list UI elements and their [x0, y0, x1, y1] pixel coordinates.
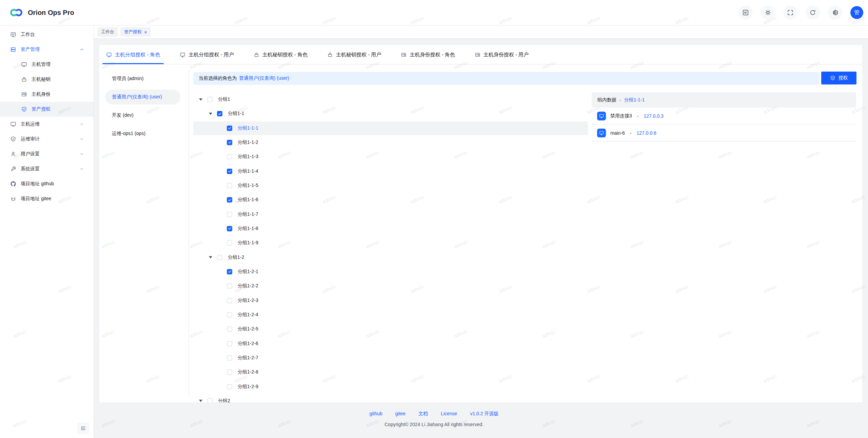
tree-node-label[interactable]: 分组1-1-7: [238, 211, 258, 217]
tree-checkbox[interactable]: [227, 312, 232, 318]
tree-checkbox[interactable]: [227, 183, 232, 188]
tree-node-label[interactable]: 分组1-1-8: [238, 226, 258, 232]
tree-node-label[interactable]: 分组1-1-1: [238, 125, 258, 131]
footer-link-gitee[interactable]: gitee: [395, 411, 406, 417]
sidebar-item-workbench[interactable]: 工作台: [0, 27, 94, 42]
tree-node-label[interactable]: 分组1-1-4: [238, 168, 258, 174]
tree-checkbox[interactable]: [227, 126, 232, 131]
footer-link-v1.0.2-开源版[interactable]: v1.0.2 开源版: [470, 411, 498, 417]
tree-expander[interactable]: [199, 400, 207, 402]
tree-node[interactable]: 分组1-2-4: [193, 308, 588, 322]
tree-node-label[interactable]: 分组1-1-2: [238, 139, 258, 146]
tree-checkbox[interactable]: [227, 240, 232, 246]
settings-button[interactable]: [828, 5, 842, 20]
fullscreen-button[interactable]: [783, 5, 797, 20]
tree-node[interactable]: 分组1-2-1: [193, 265, 588, 279]
tree-node-label[interactable]: 分组1-1-3: [238, 154, 258, 160]
tree-checkbox[interactable]: [227, 169, 232, 174]
tree-node-label[interactable]: 分组1-2-5: [238, 326, 258, 332]
sidebar-item-gitee[interactable]: 项目地址 gitee: [0, 191, 94, 206]
role-item-dev[interactable]: 开发 (dev): [105, 108, 180, 123]
sidebar-item-asset-management[interactable]: 资产管理: [0, 42, 94, 57]
tree-expander[interactable]: [209, 256, 217, 259]
tree-checkbox[interactable]: [227, 212, 232, 217]
tree-node[interactable]: 分组1: [193, 93, 588, 106]
tree-node[interactable]: 分组1-1-2: [193, 136, 588, 149]
tree-expander[interactable]: [199, 98, 207, 101]
tree-node-label[interactable]: 分组1-2-9: [238, 384, 258, 390]
tree-checkbox[interactable]: [207, 97, 213, 102]
tree-node[interactable]: 分组1-1-4: [193, 165, 588, 178]
tab-chip-workbench[interactable]: 工作台: [97, 27, 118, 37]
tree-node-label[interactable]: 分组1-2-8: [238, 369, 258, 375]
sidebar-item-host-identity[interactable]: 主机身份: [0, 87, 94, 102]
refresh-button[interactable]: [806, 5, 820, 20]
tree-checkbox[interactable]: [227, 326, 232, 332]
collapse-sidebar-button[interactable]: [77, 422, 89, 434]
sidebar-item-host-ops[interactable]: 主机运维: [0, 117, 94, 132]
tree-checkbox[interactable]: [227, 341, 232, 346]
tree-node-label[interactable]: 分组1-1-6: [238, 197, 258, 203]
host-row[interactable]: main-6-127.0.0.6: [592, 125, 856, 141]
tree-node-label[interactable]: 分组1-1-9: [238, 240, 258, 246]
footer-link-github[interactable]: github: [370, 411, 382, 417]
tree-checkbox[interactable]: [227, 384, 232, 389]
tree-node-label[interactable]: 分组1-1: [228, 111, 244, 117]
role-item-user[interactable]: 普通用户(仅查询) (user): [105, 90, 180, 104]
tab-host-identity-role[interactable]: 主机身份授权 - 角色: [397, 45, 458, 64]
theme-button[interactable]: [761, 5, 775, 20]
footer-link-文档[interactable]: 文档: [418, 411, 428, 417]
tree-node[interactable]: 分组1-2-6: [193, 337, 588, 350]
tree-node-label[interactable]: 分组1-2-1: [238, 269, 258, 275]
tree-checkbox[interactable]: [227, 269, 232, 274]
tree-node[interactable]: 分组1-1-6: [193, 193, 588, 207]
tree-node[interactable]: 分组1-1-5: [193, 179, 588, 192]
tab-host-group-role[interactable]: 主机分组授权 - 角色: [102, 45, 164, 64]
user-avatar[interactable]: 管: [850, 6, 863, 19]
tree-node[interactable]: 分组1-1-8: [193, 222, 588, 235]
tree-checkbox[interactable]: [227, 197, 232, 203]
role-item-ops[interactable]: 运维-ops1 (ops): [105, 126, 180, 141]
tree-node[interactable]: 分组1-2-9: [193, 380, 588, 394]
host-row[interactable]: 禁用连接3-127.0.0.3: [592, 108, 856, 125]
role-item-admin[interactable]: 管理员 (admin): [105, 71, 180, 86]
tree-checkbox[interactable]: [207, 398, 213, 402]
tree-node-label[interactable]: 分组1: [218, 96, 230, 102]
tree-node[interactable]: 分组1-2: [193, 251, 588, 264]
tree-node[interactable]: 分组1-2-5: [193, 322, 588, 336]
tree-node[interactable]: 分组1-1-3: [193, 150, 588, 164]
sidebar-item-asset-grant[interactable]: 资产授权: [0, 102, 94, 117]
tab-host-key-user[interactable]: 主机秘钥授权 - 用户: [323, 45, 385, 64]
tree-node[interactable]: 分组2: [193, 394, 588, 402]
tab-chip-asset-grant[interactable]: 资产授权×: [120, 27, 151, 37]
tree-node[interactable]: 分组1-1: [193, 107, 588, 120]
tree-checkbox[interactable]: [227, 355, 232, 361]
tree-node-label[interactable]: 分组1-2: [228, 254, 244, 261]
alert-role-link[interactable]: 普通用户(仅查询) (user): [239, 75, 289, 81]
sidebar-item-ops-audit[interactable]: 运维审计: [0, 132, 94, 147]
close-icon[interactable]: ×: [144, 30, 147, 35]
tree-node[interactable]: 分组1-1-1: [193, 121, 588, 135]
tab-host-key-role[interactable]: 主机秘钥授权 - 角色: [250, 45, 311, 64]
sidebar-item-github[interactable]: 项目地址 github: [0, 176, 94, 191]
tree-checkbox[interactable]: [227, 140, 232, 145]
tree-checkbox[interactable]: [227, 226, 232, 231]
tree-node-label[interactable]: 分组1-1-5: [238, 183, 258, 189]
sidebar-item-user-settings[interactable]: 用户设置: [0, 147, 94, 161]
tab-host-identity-user[interactable]: 主机身份授权 - 用户: [471, 45, 532, 64]
tree-node[interactable]: 分组1-2-3: [193, 294, 588, 307]
sidebar-item-host-management[interactable]: 主机管理: [0, 57, 94, 72]
tree-node[interactable]: 分组1-1-9: [193, 236, 588, 250]
tree-checkbox[interactable]: [227, 154, 232, 159]
tree-node-label[interactable]: 分组2: [218, 398, 230, 402]
authorize-button[interactable]: 授权: [821, 72, 856, 84]
tab-host-group-user[interactable]: 主机分组授权 - 用户: [176, 45, 237, 64]
tree-node-label[interactable]: 分组1-2-6: [238, 341, 258, 347]
sidebar-item-host-key[interactable]: 主机秘钥: [0, 72, 94, 87]
tree-checkbox[interactable]: [227, 298, 232, 303]
tree-node-label[interactable]: 分组1-2-3: [238, 298, 258, 304]
sidebar-item-system-settings[interactable]: 系统设置: [0, 161, 94, 176]
tree-checkbox[interactable]: [227, 369, 232, 375]
tree-node-label[interactable]: 分组1-2-7: [238, 355, 258, 361]
tree-checkbox[interactable]: [227, 283, 232, 289]
